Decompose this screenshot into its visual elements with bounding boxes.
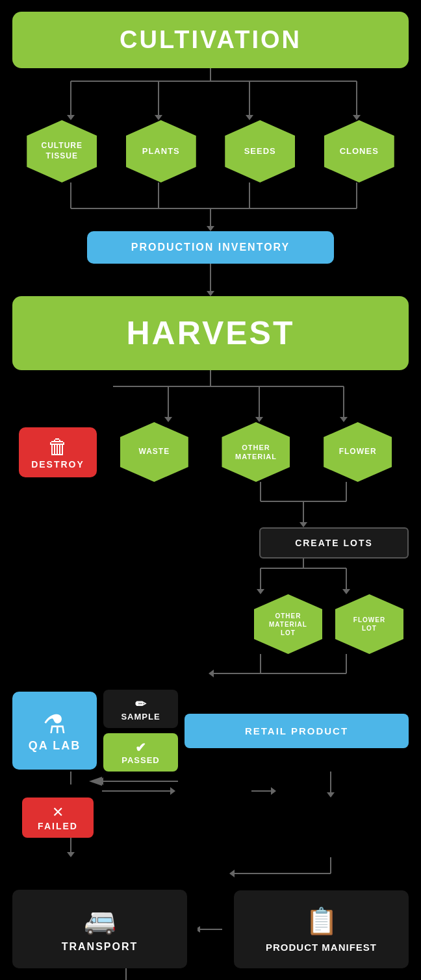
cultivation-box: CULTIVATION <box>12 12 409 68</box>
svg-marker-48 <box>170 787 175 795</box>
seeds-hex[interactable]: SEEDS <box>225 120 295 182</box>
trash-icon: 🗑 <box>23 435 93 459</box>
retail-product-box[interactable]: RETAIL PRODUCT <box>185 714 409 748</box>
retail-product-label: RETAIL PRODUCT <box>245 725 348 736</box>
document-icon: 📋 <box>244 906 398 936</box>
cultivation-label: CULTIVATION <box>120 26 301 53</box>
sample-label: SAMPLE <box>110 712 172 722</box>
sample-passed-col: ✏ SAMPLE ✔ PASSED <box>103 690 178 772</box>
qa-lab-box[interactable]: ⚗ QA LAB <box>12 692 97 770</box>
flower-hex[interactable]: FLOWER <box>324 422 392 482</box>
waste-hex[interactable]: WASTE <box>120 422 188 482</box>
pencil-icon: ✏ <box>110 696 172 712</box>
harvest-label: HARVEST <box>126 315 294 351</box>
svg-marker-46 <box>98 777 103 785</box>
svg-marker-44 <box>209 670 214 677</box>
qalab-row: ⚗ QA LAB ✏ SAMPLE ✔ PASSED RETAIL PRODUC… <box>12 690 409 772</box>
product-manifest-label: PRODUCT MANIFEST <box>244 942 398 953</box>
svg-marker-52 <box>327 792 335 798</box>
van-icon: 🚐 <box>23 905 177 936</box>
production-to-harvest-connector <box>12 264 409 296</box>
transport-label: TRANSPORT <box>23 941 177 953</box>
svg-marker-5 <box>155 115 162 120</box>
harvest-split-connector <box>12 370 409 422</box>
create-lots-connectors <box>12 482 409 527</box>
svg-marker-60 <box>198 926 200 933</box>
failed-section: ✕ FAILED <box>12 798 103 838</box>
lots-to-sample-connector <box>12 654 409 690</box>
failed-box[interactable]: ✕ FAILED <box>22 798 94 838</box>
destroy-label: DESTROY <box>23 459 93 470</box>
lots-split-connector <box>12 559 409 594</box>
qalab-connectors <box>12 772 409 798</box>
transport-section: 🚐 TRANSPORT 📋 PRODUCT MANIFEST <box>12 890 409 968</box>
passed-label: PASSED <box>110 755 172 765</box>
create-lots-box[interactable]: CREATE LOTS <box>259 527 409 559</box>
production-inventory-box[interactable]: PRODUCTION INVENTORY <box>87 231 334 264</box>
svg-marker-24 <box>255 417 263 422</box>
svg-marker-9 <box>353 115 361 120</box>
culture-tissue-hex[interactable]: CULTURETISSUE <box>27 120 97 182</box>
other-material-hex[interactable]: OTHERMATERIAL <box>222 422 290 482</box>
passed-box[interactable]: ✔ PASSED <box>103 733 178 772</box>
svg-marker-33 <box>300 522 307 527</box>
cultivation-to-hex-connector <box>12 68 409 120</box>
hex-to-production-connector <box>12 182 409 231</box>
clones-hex[interactable]: CLONES <box>324 120 394 182</box>
check-icon: ✔ <box>110 740 172 755</box>
svg-marker-39 <box>342 589 350 594</box>
transport-box[interactable]: 🚐 TRANSPORT <box>12 890 187 968</box>
svg-marker-55 <box>67 852 75 857</box>
manifest-to-transport-arrow <box>198 923 223 936</box>
product-manifest-box[interactable]: 📋 PRODUCT MANIFEST <box>234 890 409 968</box>
svg-marker-7 <box>246 115 253 120</box>
destroy-section: 🗑 DESTROY <box>12 427 103 477</box>
svg-marker-37 <box>257 589 264 594</box>
other-material-lot-hex[interactable]: OTHERMATERIALLOT <box>254 594 322 654</box>
svg-marker-50 <box>271 787 276 795</box>
svg-marker-18 <box>207 291 214 296</box>
transport-to-retail-connector <box>12 968 409 980</box>
failed-label: FAILED <box>26 821 90 831</box>
sample-box[interactable]: ✏ SAMPLE <box>103 690 178 728</box>
hex-row: CULTURETISSUE PLANTS SEEDS CLONES <box>12 120 409 182</box>
harvest-hexes: WASTE OTHERMATERIAL FLOWER <box>103 422 409 482</box>
failed-row: ✕ FAILED <box>12 798 409 838</box>
svg-marker-26 <box>340 417 348 422</box>
x-icon: ✕ <box>26 804 90 821</box>
plants-hex[interactable]: PLANTS <box>126 120 196 182</box>
retail-to-manifest-connector <box>12 857 409 890</box>
svg-marker-3 <box>67 115 75 120</box>
destroy-box[interactable]: 🗑 DESTROY <box>19 427 97 477</box>
svg-marker-16 <box>207 226 214 231</box>
create-lots-section: CREATE LOTS <box>12 527 409 559</box>
svg-marker-58 <box>229 870 235 877</box>
svg-marker-22 <box>164 417 172 422</box>
qa-lab-label: QA LAB <box>29 739 81 753</box>
create-lots-label: CREATE LOTS <box>295 538 373 548</box>
harvest-box[interactable]: HARVEST <box>12 296 409 370</box>
waste-row: 🗑 DESTROY WASTE OTHERMATERIAL FLOWER <box>12 422 409 482</box>
flower-lot-hex[interactable]: FLOWERLOT <box>335 594 403 654</box>
failed-to-destroy-connector <box>12 838 409 857</box>
production-inventory-label: PRODUCTION INVENTORY <box>131 242 290 253</box>
flask-icon: ⚗ <box>43 709 66 739</box>
lots-row: OTHERMATERIALLOT FLOWERLOT <box>12 594 409 654</box>
